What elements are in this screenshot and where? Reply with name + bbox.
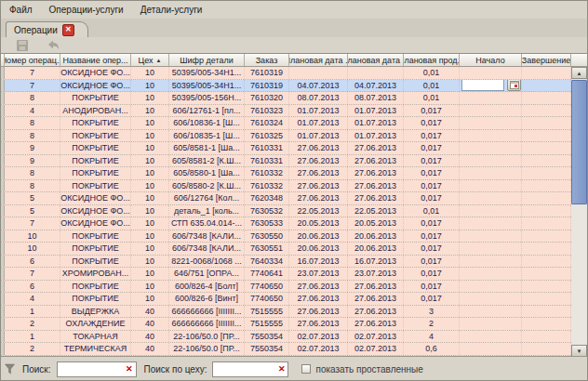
table-row[interactable]: 1ТОКАРНАЯ4022-106/50.0 [ПР...755035402.0… xyxy=(1,331,571,344)
table-row[interactable]: 8ПОКРЫТИЕ10605/8580-1 [Ша...761033227.06… xyxy=(1,167,571,180)
table-cell: ПОКРЫТИЕ xyxy=(60,230,131,243)
scrollbar-thumb[interactable] xyxy=(571,80,587,204)
tab-bar: Операции ✕ xyxy=(1,19,587,38)
column-header-label: Плановая прод... xyxy=(404,56,460,65)
table-row[interactable]: 8ПОКРЫТИЕ10606/10836-1 [Ш...761032401.07… xyxy=(1,117,571,130)
table-cell: 23.07.2013 xyxy=(348,268,404,280)
table-row[interactable]: 9ПОКРЫТИЕ10605/8581-2 [К.Ш...761033127.0… xyxy=(1,155,571,168)
table-row[interactable]: 7ХРОМИРОВАН...10646/751 [ОПРА...77406412… xyxy=(1,268,571,281)
column-header[interactable]: Начало xyxy=(460,54,522,67)
table-row[interactable]: 4ПОКРЫТИЕ10600/826-6 [Винт]774065027.06.… xyxy=(1,293,571,306)
table-cell: 9 xyxy=(5,155,60,167)
table-cell xyxy=(522,192,571,204)
column-header[interactable]: Название опер... xyxy=(60,54,131,67)
table-row[interactable]: 6ПОКРЫТИЕ108221-0068/1068 ...764033416.0… xyxy=(1,256,571,269)
table-row[interactable]: 10ПОКРЫТИЕ10606/7348 [КАЛИ...763055120.0… xyxy=(1,243,571,256)
table-cell xyxy=(522,243,571,255)
menu-item-file[interactable]: Файл xyxy=(1,3,41,17)
column-header[interactable]: Завершение xyxy=(522,54,571,67)
table-cell: 10 xyxy=(131,293,169,305)
search-input[interactable] xyxy=(58,363,127,375)
table-cell: 7610319 xyxy=(245,67,289,79)
table-cell: 08.07.2013 xyxy=(289,92,348,104)
shop-search-input[interactable] xyxy=(213,363,278,375)
table-row[interactable]: 4АНОДИРОВАН...10606/12761-1 [пл...761032… xyxy=(1,105,571,118)
table-row[interactable]: 7ОКСИДНОЕ ФО...1050395/005-34Н1...761031… xyxy=(1,67,571,80)
table-row[interactable]: 9ПОКРЫТИЕ10605/8581-1 [Ша...761033127.06… xyxy=(1,142,571,155)
table-cell xyxy=(460,67,522,79)
column-header[interactable]: Цех▲ xyxy=(131,54,169,67)
table-row[interactable]: 8ПОКРЫТИЕ1050395/005-156Н...761032008.07… xyxy=(1,92,571,105)
table-cell: 10 xyxy=(131,142,169,154)
table-cell: 7610332 xyxy=(245,167,289,179)
table-cell: 0,017 xyxy=(404,281,460,293)
table-row[interactable]: 8ПОКРЫТИЕ10606/10835-1 [Ш...761032501.07… xyxy=(1,130,571,143)
table-cell: 01.07.2013 xyxy=(348,117,404,129)
table-cell: 7630533 xyxy=(245,217,289,230)
table-cell xyxy=(460,331,522,343)
table-cell: 606/12764 [Кол... xyxy=(169,192,245,204)
vertical-scrollbar[interactable]: ▲ ▼ xyxy=(571,67,587,357)
table-cell: СТП 635.04.014-... xyxy=(169,217,245,230)
table-row[interactable]: 2ТЕРМИЧЕСКАЯ4022-106/50.0 [ПР...75503540… xyxy=(1,343,571,356)
table-cell: 20.05.2013 xyxy=(289,217,348,230)
table-row[interactable]: 2ОХЛАЖДЕНИЕ40666666666 [IIIIIII...751555… xyxy=(1,318,571,331)
table-cell: 0,017 xyxy=(404,105,460,117)
table-cell: 16.07.2013 xyxy=(348,256,404,268)
table-row[interactable]: 5ОКСИДНОЕ ФО...10деталь_1 [коль...763053… xyxy=(1,205,571,218)
table-cell: 0,017 xyxy=(404,155,460,167)
table-cell: 10 xyxy=(131,217,169,230)
calendar-button[interactable] xyxy=(507,80,521,92)
start-date-input[interactable] xyxy=(461,80,504,92)
table-cell: 7740641 xyxy=(245,268,289,280)
table-cell xyxy=(522,80,571,92)
shop-search-label: Поиск по цеху: xyxy=(144,364,207,374)
column-header[interactable]: Плановая дата ... xyxy=(348,54,404,67)
table-row[interactable]: 1ВЫДЕРЖКА40666666666 [IIIIIII...75155552… xyxy=(1,306,571,319)
table-cell: 20.06.2013 xyxy=(348,230,404,243)
table-cell: 7740650 xyxy=(245,281,289,293)
table-cell: 0,017 xyxy=(404,293,460,305)
tab-operations[interactable]: Операции ✕ xyxy=(6,21,88,38)
menu-item-details-services[interactable]: Детали-услуги xyxy=(132,3,211,17)
table-cell: 6 xyxy=(5,256,60,268)
undo-icon xyxy=(47,39,60,51)
column-header[interactable]: Плановая дата ... xyxy=(289,54,348,67)
table-cell: 4 xyxy=(5,293,60,305)
column-header[interactable]: Шифр детали xyxy=(169,54,245,67)
undo-button[interactable] xyxy=(46,39,60,52)
clear-search-icon[interactable]: ✕ xyxy=(126,364,133,374)
table-cell: 20.05.2013 xyxy=(348,217,404,230)
table-cell xyxy=(522,256,571,268)
table-cell: 600/826-6 [Винт] xyxy=(169,293,245,305)
table-cell: ПОКРЫТИЕ xyxy=(60,92,131,104)
table-cell: 27.06.2013 xyxy=(348,318,404,330)
table-cell: 10 xyxy=(131,117,169,129)
table-cell xyxy=(522,331,571,343)
column-header[interactable]: Заказ xyxy=(245,54,289,67)
table-cell: 27.06.2013 xyxy=(348,155,404,167)
table-row[interactable]: 7ОКСИДНОЕ ФО...1050395/005-34Н1...761031… xyxy=(1,80,571,93)
table-cell: 10 xyxy=(131,192,169,204)
table-cell: 7610324 xyxy=(245,117,289,129)
column-header[interactable]: Плановая прод... xyxy=(404,54,460,67)
show-posted-checkbox[interactable] xyxy=(301,364,311,374)
menu-item-operations-services[interactable]: Операции-услуги xyxy=(41,3,132,17)
table-row[interactable]: 7ОКСИДНОЕ ФО...10СТП 635.04.014-...76305… xyxy=(1,217,571,230)
table-cell xyxy=(522,268,571,280)
table-cell: 27.06.2013 xyxy=(348,142,404,154)
table-cell xyxy=(460,80,522,92)
column-header[interactable]: Номер операц... xyxy=(5,54,60,67)
save-button[interactable] xyxy=(15,39,30,52)
table-cell xyxy=(522,217,571,230)
close-icon[interactable]: ✕ xyxy=(62,24,74,36)
table-cell: 0,01 xyxy=(404,92,460,104)
table-row[interactable]: 5ОКСИДНОЕ ФО...10606/12764 [Кол...762034… xyxy=(1,192,571,205)
table-row[interactable]: 8ПОКРЫТИЕ10605/8580-2 [К.Ш...761033227.0… xyxy=(1,180,571,193)
table-row[interactable]: 6ПОКРЫТИЕ10600/826-4 [Болт]774065027.06.… xyxy=(1,281,571,294)
table-cell: ТЕРМИЧЕСКАЯ xyxy=(60,343,131,355)
clear-shop-search-icon[interactable]: ✕ xyxy=(278,364,286,374)
table-row[interactable]: 10ПОКРЫТИЕ10606/7348 [КАЛИ...763055020.0… xyxy=(1,230,571,243)
table-cell: деталь_1 [коль... xyxy=(169,205,245,217)
scroll-up-button[interactable]: ▲ xyxy=(571,67,587,79)
